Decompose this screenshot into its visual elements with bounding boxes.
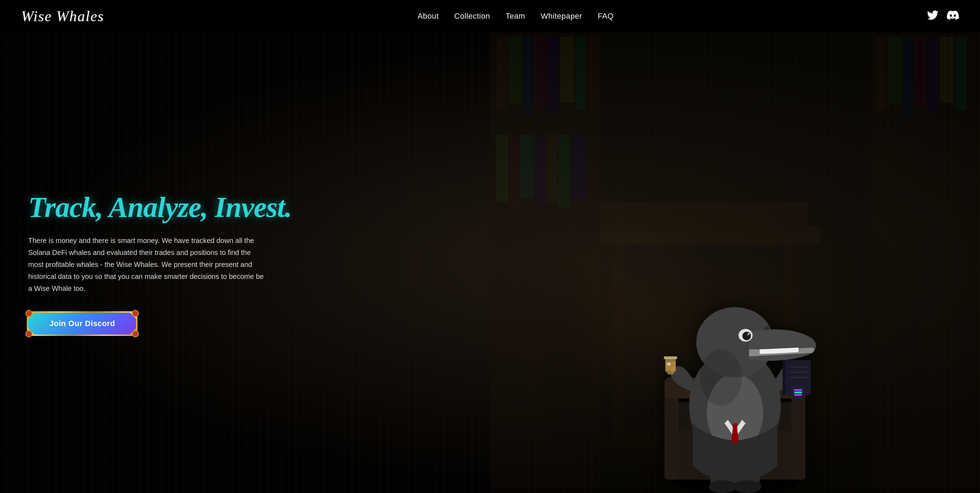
hero-section: Track, Analyze, Invest. There is money a… xyxy=(0,32,980,493)
corner-decoration-br xyxy=(132,330,139,338)
nav-item-team[interactable]: Team xyxy=(506,12,525,21)
svg-point-59 xyxy=(709,480,737,493)
hero-description: There is money and there is smart money.… xyxy=(28,235,268,294)
svg-rect-50 xyxy=(667,363,670,366)
nav-item-whitepaper[interactable]: Whitepaper xyxy=(541,12,582,21)
svg-point-61 xyxy=(700,349,742,406)
site-logo[interactable]: Wise Whales xyxy=(21,8,104,25)
svg-rect-47 xyxy=(664,357,677,359)
corner-decoration-tl xyxy=(25,310,32,317)
svg-rect-34 xyxy=(665,388,679,480)
nav-menu: About Collection Team Whitepaper FAQ xyxy=(418,12,614,21)
nav-link-whitepaper[interactable]: Whitepaper xyxy=(541,12,582,21)
discord-button-frame: Join Our Discord xyxy=(28,313,136,334)
corner-decoration-tr xyxy=(132,310,139,317)
whale-character-container xyxy=(490,32,980,493)
join-discord-button[interactable]: Join Our Discord xyxy=(28,313,136,334)
nav-social-icons xyxy=(927,9,959,24)
twitter-icon[interactable] xyxy=(927,10,939,23)
nav-link-collection[interactable]: Collection xyxy=(454,12,490,21)
whale-figure xyxy=(643,254,827,493)
nav-link-team[interactable]: Team xyxy=(506,12,525,21)
corner-decoration-bl xyxy=(25,330,32,338)
svg-point-45 xyxy=(764,327,770,330)
svg-point-44 xyxy=(748,333,749,334)
navbar: Wise Whales About Collection Team Whitep… xyxy=(0,0,980,32)
svg-rect-35 xyxy=(791,388,805,480)
nav-link-about[interactable]: About xyxy=(418,12,439,21)
hero-content: Track, Analyze, Invest. There is money a… xyxy=(0,170,320,356)
nav-item-faq[interactable]: FAQ xyxy=(598,12,614,21)
nav-link-faq[interactable]: FAQ xyxy=(598,12,614,21)
nav-item-collection[interactable]: Collection xyxy=(454,12,490,21)
svg-rect-48 xyxy=(667,372,674,374)
svg-point-42 xyxy=(742,332,751,340)
whale-svg xyxy=(643,254,827,493)
svg-point-60 xyxy=(733,480,761,493)
hero-title: Track, Analyze, Invest. xyxy=(28,192,292,223)
svg-rect-52 xyxy=(783,360,786,395)
discord-icon[interactable] xyxy=(947,9,959,24)
nav-item-about[interactable]: About xyxy=(418,12,439,21)
